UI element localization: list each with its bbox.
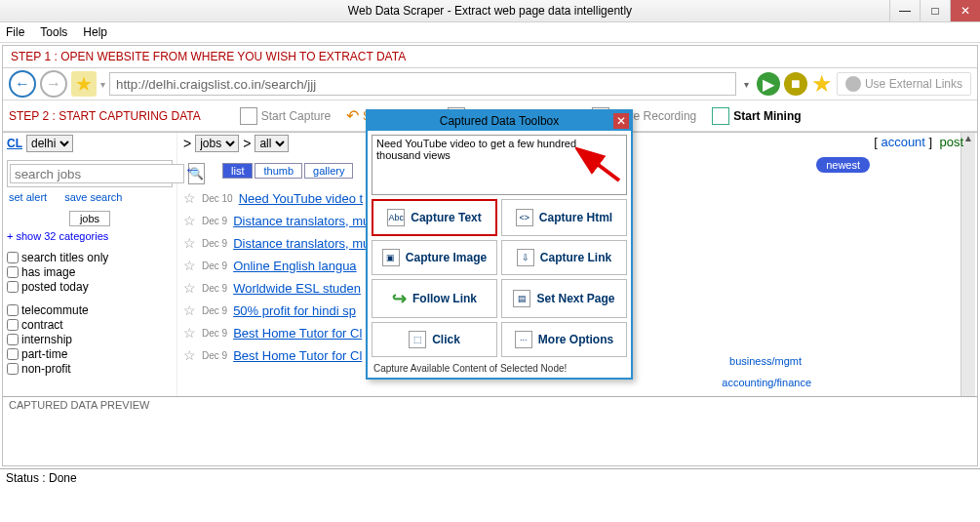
start-mining-label: Start Mining [733, 109, 801, 123]
star-outline-icon[interactable]: ☆ [183, 213, 196, 228]
back-button[interactable]: ← [9, 70, 36, 98]
sidebar-filters: CL delhi 🔍 set alert save search jobs + … [3, 133, 177, 396]
listing-link[interactable]: Online English langua [233, 259, 356, 273]
dialog-close-button[interactable]: ✕ [613, 113, 629, 129]
click-icon: ⬚ [409, 331, 426, 348]
location-select[interactable]: delhi [26, 135, 73, 152]
menu-help[interactable]: Help [83, 25, 107, 39]
view-thumb[interactable]: thumb [255, 163, 302, 179]
capture-image-button[interactable]: ▣ Capture Image [372, 240, 497, 275]
star-outline-icon[interactable]: ☆ [183, 280, 196, 296]
url-input[interactable] [109, 72, 736, 96]
external-links-label: Use External Links [865, 77, 962, 91]
listing-link[interactable]: Need YouTube video t [239, 191, 363, 206]
listing-date: Dec 9 [202, 350, 227, 361]
filter-has-image[interactable]: has image [7, 265, 173, 279]
favorites-button[interactable]: ★ [71, 71, 97, 97]
sort-newest[interactable]: newest [816, 157, 870, 173]
category-accounting[interactable]: accounting/finance [722, 377, 811, 388]
star-outline-icon[interactable]: ☆ [183, 235, 196, 251]
listing-link[interactable]: Distance translators, mu [233, 236, 370, 251]
dialog-titlebar: Captured Data Toolbox ✕ [368, 111, 631, 131]
listing-link[interactable]: Distance translators, mu [233, 214, 370, 228]
start-capture-button[interactable]: Start Capture [236, 105, 334, 127]
save-search-link[interactable]: save search [64, 191, 122, 203]
filter-part-time[interactable]: part-time [7, 347, 173, 361]
view-list[interactable]: list [222, 163, 253, 179]
capture-link-button[interactable]: ⇩ Capture Link [501, 240, 627, 275]
category-select[interactable]: jobs [195, 135, 239, 152]
annotation-arrow-icon [575, 146, 624, 185]
star-outline-icon[interactable]: ☆ [183, 302, 196, 318]
external-links-button[interactable]: Use External Links [837, 72, 971, 96]
more-options-button[interactable]: ··· More Options [501, 322, 627, 357]
back-arrow-icon[interactable]: ← [183, 160, 201, 181]
star-outline-icon[interactable]: ☆ [183, 347, 196, 363]
listing-link[interactable]: Best Home Tutor for Cl [233, 348, 362, 363]
filter-posted-today[interactable]: posted today [7, 280, 173, 294]
start-mining-button[interactable]: Start Mining [708, 105, 804, 127]
dialog-footer: Capture Available Content of Selected No… [368, 361, 631, 378]
listing-link[interactable]: Best Home Tutor for Cl [233, 326, 362, 341]
options-icon: ··· [515, 331, 532, 348]
star-outline-icon[interactable]: ☆ [183, 190, 196, 206]
show-categories-link[interactable]: + show 32 categories [7, 230, 173, 242]
page-icon: ▤ [513, 290, 530, 307]
maximize-button[interactable]: □ [920, 0, 950, 21]
filter-titles-only[interactable]: search titles only [7, 251, 173, 264]
listing-link[interactable]: Worldwide ESL studen [233, 281, 361, 296]
listing-date: Dec 10 [202, 193, 233, 204]
star-outline-icon[interactable]: ☆ [183, 325, 196, 341]
forward-button[interactable]: → [40, 70, 67, 98]
image-icon: ▣ [382, 249, 400, 266]
go-button[interactable]: ▶ [757, 72, 780, 96]
window-title: Web Data Scraper - Extract web page data… [0, 4, 980, 18]
stop-button[interactable]: ■ [784, 72, 807, 96]
abc-icon: Abc [387, 209, 405, 226]
capture-text-button[interactable]: Abc Capture Text [372, 199, 497, 236]
start-capture-label: Start Capture [261, 109, 331, 123]
category-business[interactable]: business/mgmt [729, 355, 802, 367]
preview-body [3, 413, 977, 465]
filter-non-profit[interactable]: non-profit [7, 362, 173, 376]
chain-link-icon: ⇩ [517, 249, 534, 266]
step2-header: STEP 2 : START CAPTURING DATA [9, 109, 201, 123]
account-link[interactable]: account [881, 135, 925, 149]
click-button[interactable]: ⬚ Click [372, 322, 497, 357]
listing-link[interactable]: 50% profit for hindi sp [233, 303, 356, 318]
capture-html-button[interactable]: <> Capture Html [501, 199, 627, 236]
listing-date: Dec 9 [202, 283, 227, 294]
menu-file[interactable]: File [6, 25, 24, 39]
html-icon: <> [516, 209, 533, 226]
set-alert-link[interactable]: set alert [9, 191, 47, 203]
listing-date: Dec 9 [202, 305, 227, 316]
filter-contract[interactable]: contract [7, 318, 173, 332]
minimize-button[interactable]: — [889, 0, 920, 21]
search-input[interactable] [10, 164, 184, 183]
jobs-tab[interactable]: jobs [69, 211, 110, 226]
navigation-bar: ← → ★ ▾ ▾ ▶ ■ ★ Use External Links [3, 67, 977, 100]
title-bar: Web Data Scraper - Extract web page data… [0, 0, 980, 22]
filter-telecommute[interactable]: telecommute [7, 303, 173, 317]
set-next-page-button[interactable]: ▤ Set Next Page [501, 279, 627, 318]
follow-link-button[interactable]: ↪ Follow Link [372, 279, 497, 318]
url-dropdown-icon[interactable]: ▾ [740, 79, 753, 90]
listing-date: Dec 9 [202, 261, 227, 271]
menu-tools[interactable]: Tools [40, 25, 67, 39]
link-icon [845, 76, 861, 92]
bookmark-star-icon[interactable]: ★ [811, 70, 833, 98]
view-gallery[interactable]: gallery [304, 163, 353, 179]
menu-bar: File Tools Help [0, 22, 980, 43]
subcategory-select[interactable]: all [255, 135, 289, 152]
star-outline-icon[interactable]: ☆ [183, 258, 196, 273]
preview-header: CAPTURED DATA PREVIEW [3, 396, 977, 413]
start-capture-icon [240, 107, 257, 125]
listing-date: Dec 9 [202, 216, 227, 226]
dropdown-icon[interactable]: ▾ [100, 79, 105, 90]
close-window-button[interactable]: ✕ [950, 0, 980, 21]
filter-internship[interactable]: internship [7, 333, 173, 346]
cl-logo[interactable]: CL [7, 137, 22, 150]
listing-date: Dec 9 [202, 328, 227, 339]
dialog-title: Captured Data Toolbox [440, 114, 560, 128]
post-link[interactable]: post [939, 135, 963, 149]
